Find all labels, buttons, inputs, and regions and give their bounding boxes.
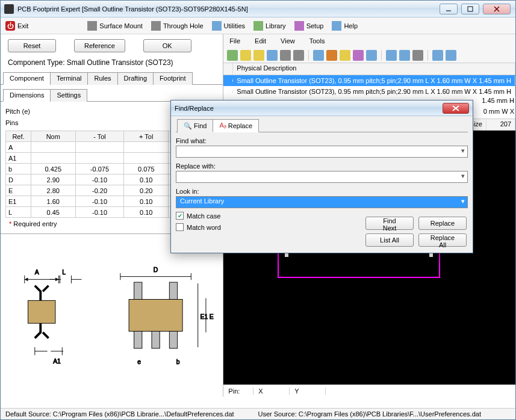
svg-text:A1: A1 bbox=[53, 358, 61, 365]
svg-rect-9 bbox=[169, 282, 177, 299]
tab-footprint[interactable]: Footprint bbox=[153, 72, 192, 85]
redo-icon[interactable] bbox=[446, 50, 456, 61]
open-icon[interactable] bbox=[240, 50, 251, 61]
calculator-icon bbox=[212, 21, 222, 31]
menu-file[interactable]: File bbox=[229, 37, 240, 45]
replace-all-button[interactable]: Replace All bbox=[418, 233, 467, 247]
replace-with-input[interactable] bbox=[176, 171, 468, 183]
menu-view[interactable]: View bbox=[281, 37, 295, 45]
search-icon: 🔍 bbox=[184, 122, 192, 130]
replace-with-label: Replace with: bbox=[176, 162, 468, 170]
look-in-label: Look in: bbox=[176, 188, 468, 195]
setup-menu[interactable]: Setup bbox=[294, 21, 324, 31]
tool-icon[interactable] bbox=[353, 50, 364, 61]
list-all-button[interactable]: List All bbox=[365, 233, 414, 247]
delete-icon[interactable] bbox=[412, 50, 423, 61]
tab-find[interactable]: 🔍 Find bbox=[177, 119, 213, 132]
star-icon[interactable] bbox=[340, 50, 350, 61]
reset-button[interactable]: Reset bbox=[8, 39, 56, 52]
tab-rules[interactable]: Rules bbox=[87, 72, 117, 85]
tab-drafting[interactable]: Drafting bbox=[117, 72, 154, 85]
app-icon bbox=[4, 4, 14, 14]
help-icon bbox=[332, 21, 341, 31]
find-what-input[interactable] bbox=[176, 146, 468, 158]
help-label: Help bbox=[344, 22, 358, 29]
grid-icon[interactable] bbox=[366, 50, 377, 61]
look-in-value: Current Library bbox=[180, 197, 224, 205]
through-hole-icon bbox=[151, 21, 161, 31]
status-pin: Pin: bbox=[223, 388, 253, 395]
reference-button[interactable]: Reference bbox=[74, 39, 125, 52]
svg-text:L: L bbox=[62, 269, 66, 276]
look-in-select[interactable]: Current Library bbox=[176, 196, 468, 208]
col-nom: Nom bbox=[31, 131, 76, 142]
tab-replace[interactable]: Aᵦ Replace bbox=[213, 119, 259, 132]
replace-button[interactable]: Replace bbox=[418, 217, 467, 230]
tab-settings[interactable]: Settings bbox=[50, 89, 87, 102]
svg-rect-12 bbox=[169, 332, 177, 348]
col-ntol: - Tol bbox=[75, 131, 124, 142]
menu-tools[interactable]: Tools bbox=[309, 37, 325, 45]
maximize-button[interactable] bbox=[461, 4, 479, 14]
component-tabstrip: Component Terminal Rules Drafting Footpr… bbox=[1, 72, 223, 85]
main-toolbar: ⏻ Exit Surface Mount Through Hole Utilit… bbox=[1, 17, 515, 34]
library-row[interactable]: Small Outline Transistor (SOT23), 0.95 m… bbox=[223, 75, 515, 86]
window-title: PCB Footprint Expert [Small Outline Tran… bbox=[17, 5, 248, 13]
tab-component[interactable]: Component bbox=[3, 72, 51, 85]
export-icon[interactable] bbox=[399, 50, 410, 61]
tab-terminal[interactable]: Terminal bbox=[50, 72, 89, 85]
library-menu[interactable]: Library bbox=[253, 21, 286, 31]
surface-mount-menu[interactable]: Surface Mount bbox=[87, 21, 143, 31]
new-icon[interactable] bbox=[227, 50, 238, 61]
col-physical-description[interactable]: Physical Description bbox=[233, 63, 515, 75]
pins-label: Pins bbox=[5, 119, 42, 126]
find-icon[interactable] bbox=[313, 50, 324, 61]
status-x: X bbox=[253, 388, 290, 395]
chip-icon bbox=[87, 21, 97, 31]
gear-icon bbox=[294, 21, 304, 31]
utilities-menu[interactable]: Utilities bbox=[212, 21, 245, 31]
copy-icon[interactable] bbox=[293, 50, 304, 61]
default-source: Default Source: C:\Program Files (x86)\P… bbox=[5, 410, 258, 418]
surface-mount-label: Surface Mount bbox=[99, 22, 143, 29]
undo-icon[interactable] bbox=[432, 50, 443, 61]
menu-edit[interactable]: Edit bbox=[255, 37, 266, 45]
exit-button[interactable]: ⏻ Exit bbox=[5, 21, 28, 31]
svg-text:D: D bbox=[154, 267, 158, 273]
dialog-title: Find/Replace bbox=[175, 105, 214, 112]
svg-rect-7 bbox=[129, 299, 182, 331]
help-menu[interactable]: Help bbox=[332, 21, 358, 31]
dialog-tabs: 🔍 Find Aᵦ Replace bbox=[176, 119, 468, 132]
pitch-label: Pitch (e) bbox=[5, 108, 42, 115]
import-icon[interactable] bbox=[386, 50, 397, 61]
open2-icon[interactable] bbox=[253, 50, 264, 61]
svg-text:e: e bbox=[137, 359, 141, 365]
dialog-titlebar[interactable]: Find/Replace bbox=[171, 100, 473, 116]
svg-text:E: E bbox=[210, 313, 214, 320]
find-replace-dialog: Find/Replace 🔍 Find Aᵦ Replace Find what… bbox=[170, 100, 473, 253]
dialog-close-button[interactable] bbox=[443, 103, 469, 114]
ok-button[interactable]: OK bbox=[143, 39, 191, 52]
row-fragment: 1.45 mm H bbox=[482, 97, 514, 104]
minimize-button[interactable] bbox=[440, 4, 458, 14]
close-button[interactable] bbox=[483, 4, 511, 14]
library-label: Library bbox=[266, 22, 286, 29]
books-icon bbox=[253, 21, 263, 31]
svg-rect-10 bbox=[134, 332, 142, 348]
svg-rect-11 bbox=[152, 332, 160, 348]
replace-icon[interactable] bbox=[326, 50, 337, 61]
svg-rect-1 bbox=[468, 7, 473, 11]
through-hole-menu[interactable]: Through Hole bbox=[151, 21, 204, 31]
col-ptol: + Tol bbox=[124, 131, 169, 142]
size-value: 207 bbox=[486, 119, 515, 130]
library-row[interactable]: Small Outline Transistor (SOT23), 0.95 m… bbox=[223, 86, 515, 97]
library-menubar: File Edit View Tools bbox=[223, 34, 515, 48]
svg-text:b: b bbox=[176, 359, 180, 365]
col-ref: Ref. bbox=[6, 131, 31, 142]
titlebar: PCB Footprint Expert [Small Outline Tran… bbox=[1, 1, 515, 17]
save-icon[interactable] bbox=[267, 50, 278, 61]
tab-dimensions[interactable]: Dimensions bbox=[3, 89, 51, 102]
find-next-button[interactable]: Find Next bbox=[365, 217, 414, 230]
through-hole-label: Through Hole bbox=[163, 22, 204, 29]
doc-icon[interactable] bbox=[280, 50, 291, 61]
